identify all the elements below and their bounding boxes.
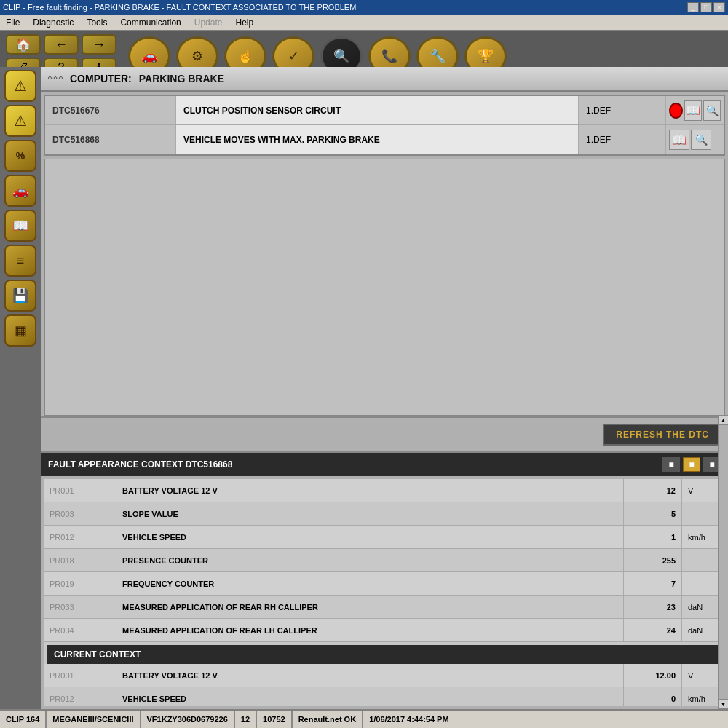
- ctx-desc: BATTERY VOLTAGE 12 V: [116, 479, 623, 502]
- status-renault: Renault.net OK: [293, 711, 363, 728]
- status-datetime: 1/06/2017 4:44:54 PM: [363, 711, 454, 728]
- wave-icon: 〰: [48, 71, 63, 87]
- vertical-scrollbar[interactable]: ▲ ▼: [718, 415, 728, 709]
- status-code10752: 10752: [257, 711, 293, 728]
- menu-update[interactable]: Update: [191, 17, 226, 28]
- view-buttons: ■ ■ ■: [662, 457, 721, 472]
- computer-label: COMPUTER:: [70, 73, 132, 84]
- sidebar-barcode-button[interactable]: ▦: [4, 314, 36, 347]
- ctx-code: PR012: [44, 526, 116, 548]
- dtc-book-button-1[interactable]: 📖: [684, 100, 702, 121]
- ctx-code: PR018: [44, 549, 116, 571]
- status-clip: CLIP 164: [0, 711, 47, 728]
- ctx-desc: BATTERY VOLTAGE 12 V: [116, 664, 623, 687]
- computer-header: 〰 COMPUTER: PARKING BRAKE: [41, 67, 728, 92]
- table-row: PR012 VEHICLE SPEED 1 km/h: [44, 526, 725, 549]
- dtc-status-2: 1.DEF: [578, 125, 665, 154]
- sidebar-book-button[interactable]: 📖: [4, 210, 36, 242]
- ctx-desc: MEASURED APPLICATION OF REAR LH CALLIPER: [116, 619, 623, 641]
- dtc-status-1: 1.DEF: [578, 96, 665, 124]
- menu-bar: File Diagnostic Tools Communication Upda…: [0, 15, 728, 31]
- sidebar-warning2-button[interactable]: ⚠: [4, 105, 36, 137]
- ctx-desc: PRESENCE COUNTER: [116, 549, 623, 571]
- ctx-value: 12.00: [623, 664, 681, 687]
- ctx-desc: FREQUENCY COUNTER: [116, 572, 623, 595]
- ctx-code: PR033: [44, 596, 116, 618]
- fault-header-text: FAULT APPEARANCE CONTEXT DTC516868: [48, 459, 232, 470]
- scroll-up-arrow[interactable]: ▲: [719, 415, 729, 425]
- fault-header: FAULT APPEARANCE CONTEXT DTC516868 ■ ■ ■: [41, 453, 728, 476]
- menu-file[interactable]: File: [3, 17, 23, 28]
- ctx-code: PR034: [44, 619, 116, 641]
- dtc-zoom-button-2[interactable]: 🔍: [691, 130, 711, 150]
- ctx-value: 12: [623, 479, 681, 502]
- ctx-desc: SLOPE VALUE: [116, 502, 623, 525]
- menu-help[interactable]: Help: [232, 17, 256, 28]
- sidebar-car-button[interactable]: 🚗: [4, 175, 36, 207]
- dtc-code-2: DTC516868: [45, 125, 176, 154]
- sidebar-warning1-button[interactable]: ⚠: [4, 70, 36, 102]
- title-text: CLIP - Free fault finding - PARKING BRAK…: [3, 3, 356, 12]
- table-row: DTC516676 CLUTCH POSITION SENSOR CIRCUIT…: [45, 96, 724, 125]
- ctx-code: PR001: [44, 479, 116, 502]
- table-row: PR019 FREQUENCY COUNTER 7: [44, 572, 725, 596]
- ctx-desc: MEASURED APPLICATION OF REAR RH CALLIPER: [116, 596, 623, 618]
- maximize-button[interactable]: □: [700, 2, 712, 12]
- ctx-value: 24: [623, 619, 681, 641]
- toolbar-row-1: 🏠 ← →: [6, 34, 116, 55]
- current-context-header: CURRENT CONTEXT: [47, 645, 722, 664]
- fault-context-table[interactable]: PR001 BATTERY VOLTAGE 12 V 12 V PR003 SL…: [44, 479, 725, 706]
- ctx-code: PR003: [44, 502, 116, 525]
- sidebar-list-button[interactable]: ≡: [4, 245, 36, 277]
- menu-tools[interactable]: Tools: [84, 17, 110, 28]
- dtc-zoom-button-1[interactable]: 🔍: [703, 100, 721, 121]
- sidebar-save-button[interactable]: 💾: [4, 280, 36, 312]
- computer-name: PARKING BRAKE: [139, 73, 224, 84]
- table-row: PR034 MEASURED APPLICATION OF REAR LH CA…: [44, 619, 725, 642]
- dtc-table: DTC516676 CLUTCH POSITION SENSOR CIRCUIT…: [44, 95, 725, 156]
- table-row: DTC516868 VEHICLE MOVES WITH MAX. PARKIN…: [45, 125, 724, 154]
- scroll-track[interactable]: [719, 425, 728, 699]
- ctx-code: PR001: [44, 664, 116, 687]
- ctx-value: 7: [623, 572, 681, 595]
- dtc-code-1: DTC516676: [45, 96, 176, 124]
- view-btn-1[interactable]: ■: [662, 457, 680, 472]
- dtc-book-button-2[interactable]: 📖: [669, 130, 689, 150]
- table-row: PR018 PRESENCE COUNTER 255: [44, 549, 725, 572]
- refresh-area: REFRESH THE DTC: [41, 416, 728, 451]
- sidebar-percent-button[interactable]: %: [4, 140, 36, 172]
- table-row: PR033 MEASURED APPLICATION OF REAR RH CA…: [44, 596, 725, 619]
- close-button[interactable]: ×: [713, 2, 725, 12]
- forward-button[interactable]: →: [82, 34, 116, 55]
- home-button[interactable]: 🏠: [6, 34, 41, 55]
- main-content: 〰 COMPUTER: PARKING BRAKE DTC516676 CLUT…: [41, 67, 728, 709]
- ctx-value: 1: [623, 526, 681, 548]
- ctx-value: 23: [623, 596, 681, 618]
- minimize-button[interactable]: _: [687, 2, 699, 12]
- scroll-down-arrow[interactable]: ▼: [719, 699, 729, 709]
- ctx-code: PR019: [44, 572, 116, 595]
- ctx-value: 255: [623, 549, 681, 571]
- sidebar: ⚠ ⚠ % 🚗 📖 ≡ 💾 ▦: [0, 67, 41, 709]
- status-code12: 12: [235, 711, 257, 728]
- table-row: PR012 VEHICLE SPEED 0 km/h: [44, 687, 725, 706]
- title-bar: CLIP - Free fault finding - PARKING BRAK…: [0, 0, 728, 15]
- dtc-desc-2: VEHICLE MOVES WITH MAX. PARKING BRAKE: [176, 125, 578, 154]
- dtc-empty-area: [44, 159, 725, 416]
- ctx-value: 5: [623, 502, 681, 525]
- menu-diagnostic[interactable]: Diagnostic: [30, 17, 76, 28]
- ctx-code: PR012: [44, 687, 116, 706]
- context-section: FAULT APPEARANCE CONTEXT DTC516868 ■ ■ ■…: [41, 451, 728, 709]
- table-row: PR001 BATTERY VOLTAGE 12 V 12.00 V: [44, 664, 725, 687]
- view-btn-2[interactable]: ■: [683, 457, 700, 472]
- status-vehicle: MEGANEIII/SCENICIII: [47, 711, 141, 728]
- back-button[interactable]: ←: [44, 34, 79, 55]
- ctx-desc: VEHICLE SPEED: [116, 526, 623, 548]
- dtc-actions-1: 📖 🔍: [665, 96, 724, 124]
- table-row: PR003 SLOPE VALUE 5: [44, 502, 725, 526]
- red-dot-indicator: [669, 103, 683, 119]
- table-row: PR001 BATTERY VOLTAGE 12 V 12 V: [44, 479, 725, 502]
- refresh-dtc-button[interactable]: REFRESH THE DTC: [603, 424, 722, 446]
- menu-communication[interactable]: Communication: [117, 17, 183, 28]
- ctx-value: 0: [623, 687, 681, 706]
